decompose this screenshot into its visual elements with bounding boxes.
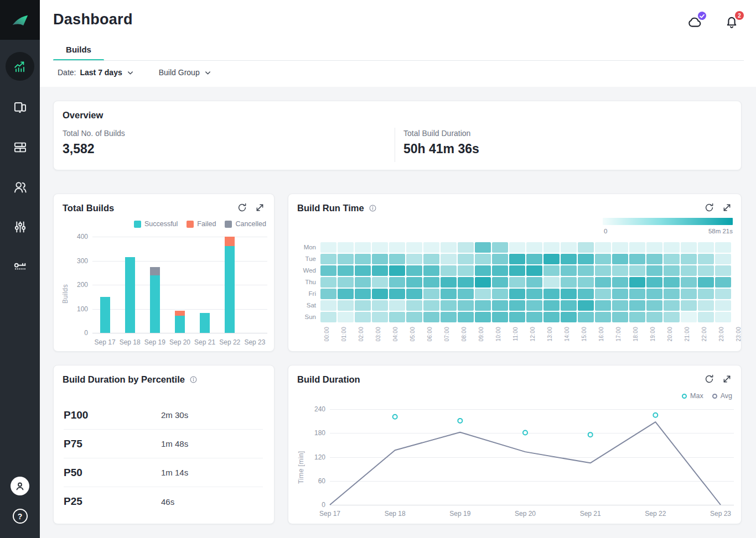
heatmap-cell bbox=[320, 254, 336, 264]
y-tick-label: 100 bbox=[65, 305, 88, 313]
date-filter-dropdown[interactable]: Date: Last 7 days bbox=[58, 68, 134, 77]
heatmap-cell bbox=[355, 300, 371, 311]
heatmap-cell bbox=[441, 265, 457, 276]
y-tick-label: 200 bbox=[65, 281, 88, 289]
heatmap-cell bbox=[458, 254, 474, 264]
heatmap-cell bbox=[526, 265, 542, 276]
refresh-icon[interactable] bbox=[704, 202, 714, 213]
heatmap-cell bbox=[389, 300, 405, 311]
heatmap-cell bbox=[612, 277, 628, 288]
metric-value: 3,582 bbox=[63, 142, 125, 156]
heatmap-cell bbox=[458, 312, 474, 322]
heatmap-cell bbox=[629, 300, 645, 311]
heatmap-cell bbox=[372, 277, 388, 288]
heatmap-cell bbox=[595, 289, 611, 299]
heatmap-cell bbox=[543, 254, 560, 264]
sidebar-item-users[interactable] bbox=[0, 167, 40, 207]
heatmap-day-label: Mon bbox=[289, 242, 316, 254]
sidebar-item-apps[interactable] bbox=[0, 87, 40, 127]
overview-card: Overview Total No. of Builds 3,582 Total… bbox=[53, 101, 742, 170]
heatmap-cell bbox=[338, 312, 354, 322]
heatmap-cell bbox=[664, 265, 680, 276]
heatmap-cell bbox=[355, 254, 371, 264]
percentile-card: Build Duration by Percentile P1002m 30sP… bbox=[53, 365, 275, 524]
heatmap-cell bbox=[646, 300, 662, 311]
heatmap-cell bbox=[338, 300, 354, 311]
heatmap-cell bbox=[578, 265, 594, 276]
sidebar-footer: ? bbox=[11, 477, 29, 538]
heatmap-cell bbox=[715, 277, 731, 288]
build-run-time-title: Build Run Time bbox=[297, 203, 377, 213]
build-run-time-card: Build Run Time 0 58m 21s MonTueWedThuFri… bbox=[288, 194, 742, 352]
tab-builds[interactable]: Builds bbox=[53, 45, 104, 54]
info-icon[interactable] bbox=[369, 204, 377, 212]
cloud-check-badge bbox=[698, 12, 706, 20]
sidebar-item-layout[interactable] bbox=[0, 127, 40, 167]
total-builds-card: Total Builds SuccessfulFailedCancelled B… bbox=[53, 194, 275, 352]
heatmap-cell bbox=[458, 289, 474, 299]
y-tick-label: 0 bbox=[303, 501, 325, 509]
help-button[interactable]: ? bbox=[13, 509, 28, 524]
bar-segment-successful bbox=[200, 313, 210, 333]
heatmap-cell bbox=[629, 254, 645, 264]
apps-icon bbox=[13, 100, 28, 115]
sidebar-item-keys[interactable] bbox=[0, 247, 40, 286]
heatmap-cell bbox=[595, 254, 611, 264]
bar-segment-successful bbox=[175, 316, 185, 333]
title-text: Build Run Time bbox=[297, 203, 364, 213]
heatmap-day-label: Sun bbox=[289, 312, 316, 323]
notifications-button[interactable]: 2 bbox=[724, 14, 739, 30]
heatmap-cell bbox=[664, 300, 680, 311]
heatmap-cell bbox=[458, 242, 474, 253]
heatmap-cell bbox=[715, 289, 731, 299]
heatmap-cell bbox=[338, 289, 354, 299]
question-mark-icon: ? bbox=[18, 512, 23, 521]
heatmap-cell bbox=[543, 277, 560, 288]
app-logo[interactable] bbox=[0, 0, 40, 40]
percentile-value: 46s bbox=[161, 497, 174, 506]
cloud-status-button[interactable] bbox=[687, 14, 703, 30]
heatmap-grid bbox=[320, 242, 731, 322]
heatmap-cell bbox=[681, 242, 697, 253]
heatmap-cell bbox=[698, 289, 714, 299]
heatmap-cell bbox=[509, 289, 525, 299]
sidebar-item-settings[interactable] bbox=[0, 207, 40, 247]
heatmap-cell bbox=[646, 277, 662, 288]
heatmap-day-label: Tue bbox=[289, 254, 316, 265]
heatmap-cell bbox=[389, 265, 405, 276]
y-tick-label: 240 bbox=[303, 405, 325, 413]
heatmap-cell bbox=[526, 242, 542, 253]
heatmap-cell bbox=[389, 242, 405, 253]
sidebar-item-insights[interactable] bbox=[6, 52, 34, 81]
gridline bbox=[92, 285, 267, 285]
heatmap-cell bbox=[458, 300, 474, 311]
x-tick-label: Sep 23 bbox=[704, 510, 737, 518]
heatmap-cell bbox=[492, 312, 508, 322]
heatmap-cell bbox=[646, 254, 662, 264]
heatmap-cell bbox=[715, 242, 731, 253]
heatmap-cell bbox=[715, 265, 731, 276]
heatmap-cell bbox=[681, 277, 697, 288]
heatmap-cell bbox=[492, 265, 508, 276]
heatmap-cell bbox=[475, 265, 491, 276]
heatmap-hour-label: 00:00 bbox=[324, 327, 330, 342]
build-group-dropdown[interactable]: Build Group bbox=[159, 68, 212, 77]
tab-bar-divider bbox=[53, 60, 744, 61]
heatmap-cell bbox=[561, 254, 577, 264]
heatmap-legend-max: 58m 21s bbox=[708, 228, 733, 234]
heatmap-cell bbox=[509, 312, 525, 322]
bar-segment-successful bbox=[225, 246, 235, 333]
heatmap-cell bbox=[681, 265, 697, 276]
avatar[interactable] bbox=[11, 477, 29, 495]
info-icon[interactable] bbox=[189, 375, 198, 384]
heatmap-cell bbox=[526, 300, 542, 311]
heatmap-hour-label: 17:00 bbox=[615, 327, 622, 342]
heatmap-cell bbox=[458, 265, 474, 276]
y-tick-label: 60 bbox=[303, 477, 325, 485]
heatmap-cell bbox=[492, 300, 508, 311]
percentile-value: 2m 30s bbox=[161, 410, 188, 420]
expand-icon[interactable] bbox=[722, 202, 732, 213]
heatmap-cell bbox=[664, 277, 680, 288]
heatmap-cell bbox=[320, 265, 336, 276]
max-point bbox=[523, 431, 527, 435]
